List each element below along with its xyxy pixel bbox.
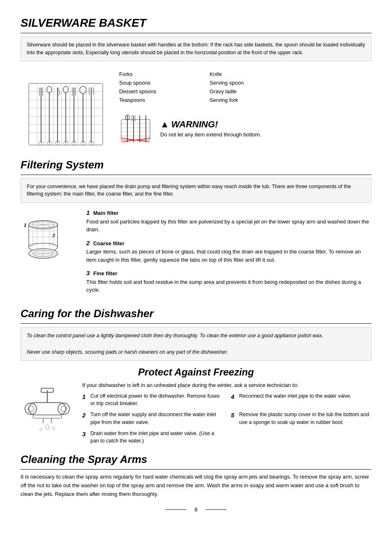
warning-title: ▲ WARNING! bbox=[160, 119, 261, 130]
protect-section: Protect Against Freezing bbox=[21, 366, 371, 445]
filter-system-svg: 1 2 3 bbox=[21, 208, 78, 274]
caring-section: Caring for the Dishwasher To clean the c… bbox=[21, 307, 371, 361]
spray-title: Cleaning the Spray Arms bbox=[21, 453, 371, 466]
protect-title: Protect Against Freezing bbox=[21, 366, 371, 378]
filter-list: 1 Main filter Food and soil particles tr… bbox=[86, 208, 371, 299]
warning-description: Do not let any item extend through botto… bbox=[160, 131, 261, 138]
protect-step-3-text: Drain water from the inlet pipe and wate… bbox=[90, 430, 223, 445]
silverware-basket-svg bbox=[21, 67, 111, 149]
silverware-image bbox=[21, 67, 111, 150]
filter-item-3-desc: This filter holds soil and food residue … bbox=[86, 279, 361, 293]
svg-point-97 bbox=[52, 427, 55, 430]
protect-step-2-number: 2 bbox=[82, 411, 88, 420]
utensil-serving-fork: Serving fork bbox=[210, 97, 284, 103]
filtering-title: Filtering System bbox=[21, 159, 371, 171]
warning-image bbox=[119, 113, 152, 143]
page-line-left bbox=[166, 509, 186, 510]
svg-text:1: 1 bbox=[24, 223, 26, 228]
filter-item-1-desc: Food and soil particles trapped by this … bbox=[86, 219, 369, 233]
caring-title: Caring for the Dishwasher bbox=[21, 307, 371, 320]
spray-text: It is necessary to clean the spray arms … bbox=[21, 473, 371, 498]
filter-item-1-title: Main filter bbox=[93, 210, 118, 216]
protect-steps-grid: 1 Cut off electrical power to the dishwa… bbox=[82, 392, 371, 445]
page-line-right bbox=[206, 509, 226, 510]
warning-basket-svg bbox=[119, 113, 152, 142]
silverware-title: SILVERWARE BASKET bbox=[21, 16, 371, 30]
protect-step-5: 5 Remove the plastic sump cover in the t… bbox=[231, 411, 371, 426]
filtering-section: Filtering System For your convenience, w… bbox=[21, 159, 371, 299]
silverware-info: Silverware should be placed in the silve… bbox=[21, 37, 371, 61]
protect-step-3-number: 3 bbox=[82, 430, 88, 439]
utensil-dessert-spoons: Dessert spoons bbox=[119, 88, 193, 94]
protect-step-2-text: Turn off the water supply and disconnect… bbox=[90, 411, 223, 426]
protect-intro: If your dishwasher is left in an unheate… bbox=[82, 382, 371, 388]
protect-step-1-text: Cut off electrical power to the dishwash… bbox=[90, 392, 223, 408]
caring-text1: To clean the control panel use a lightly… bbox=[27, 332, 365, 340]
utensil-forks: Forks bbox=[119, 71, 193, 77]
protect-step-4-text: Reconnect the water inlet pipe to the wa… bbox=[239, 392, 351, 400]
utensil-grid: Forks Knife Soup spoons Serving spoon De… bbox=[119, 71, 371, 103]
filter-item-3-title: Fine filter bbox=[93, 270, 118, 276]
filter-item-3: 3 Fine filter This filter holds soil and… bbox=[86, 269, 371, 294]
utensil-teaspoons: Teaspoons bbox=[119, 97, 193, 103]
filter-item-2-desc: Larger items, such as pieces of bone or … bbox=[86, 249, 361, 263]
caring-info-box: To clean the control panel use a lightly… bbox=[21, 327, 371, 361]
protect-step-1-number: 1 bbox=[82, 392, 88, 402]
filtering-content: 1 2 3 bbox=[21, 208, 371, 299]
silverware-info-text: Silverware should be placed in the silve… bbox=[27, 42, 365, 55]
protect-content: If your dishwasher is left in an unheate… bbox=[21, 382, 371, 445]
protect-step-3: 3 Drain water from the inlet pipe and wa… bbox=[82, 430, 223, 445]
utensil-soup-spoons: Soup spoons bbox=[119, 80, 193, 86]
filtering-info-text: For your convenience, we have placed the… bbox=[27, 184, 351, 197]
filter-item-1-number: 1 bbox=[86, 209, 90, 216]
protect-step-5-text: Remove the plastic sump cover in the tub… bbox=[239, 411, 371, 426]
silverware-content: Forks Knife Soup spoons Serving spoon De… bbox=[21, 67, 371, 150]
protect-step-4-number: 4 bbox=[231, 392, 237, 402]
warning-row: ▲ WARNING! Do not let any item extend th… bbox=[119, 113, 371, 143]
protect-tool-svg bbox=[21, 382, 74, 435]
protect-step-1: 1 Cut off electrical power to the dishwa… bbox=[82, 392, 223, 408]
utensil-serving-spoon: Serving spoon bbox=[210, 80, 284, 86]
svg-point-95 bbox=[46, 425, 49, 430]
warning-triangle-icon: ▲ bbox=[160, 119, 169, 130]
caring-text2: Never use sharp objects, scouring pads o… bbox=[27, 348, 365, 356]
filter-item-2-title: Coarse filter bbox=[93, 240, 125, 246]
filtering-info: For your convenience, we have placed the… bbox=[21, 178, 371, 203]
page-footer: 8 bbox=[21, 507, 371, 513]
protect-image bbox=[21, 382, 74, 437]
protect-step-4: 4 Reconnect the water inlet pipe to the … bbox=[231, 392, 371, 408]
svg-point-28 bbox=[80, 86, 86, 94]
utensil-gravy-ladle: Gravy ladle bbox=[210, 88, 284, 94]
svg-rect-92 bbox=[33, 415, 62, 418]
warning-text: ▲ WARNING! Do not let any item extend th… bbox=[160, 119, 261, 138]
protect-right: If your dishwasher is left in an unheate… bbox=[82, 382, 371, 445]
filter-item-2: 2 Coarse filter Larger items, such as pi… bbox=[86, 239, 371, 264]
protect-step-2: 2 Turn off the water supply and disconne… bbox=[82, 411, 223, 426]
spray-divider bbox=[21, 469, 371, 470]
filter-item-1: 1 Main filter Food and soil particles tr… bbox=[86, 208, 371, 234]
svg-point-19 bbox=[47, 86, 52, 93]
silverware-divider bbox=[21, 33, 371, 33]
silverware-section: SILVERWARE BASKET Silverware should be p… bbox=[21, 16, 371, 150]
silverware-right: Forks Knife Soup spoons Serving spoon De… bbox=[119, 67, 371, 143]
warning-label: WARNING! bbox=[171, 119, 218, 129]
filter-item-3-number: 3 bbox=[86, 269, 90, 276]
filter-image: 1 2 3 bbox=[21, 208, 78, 275]
svg-point-96 bbox=[40, 428, 42, 431]
svg-point-22 bbox=[63, 86, 68, 93]
filtering-divider bbox=[21, 175, 371, 175]
page-number: 8 bbox=[194, 507, 197, 513]
spray-section: Cleaning the Spray Arms It is necessary … bbox=[21, 453, 371, 498]
protect-step-5-number: 5 bbox=[231, 411, 237, 420]
utensil-knife: Knife bbox=[210, 71, 284, 77]
filter-item-2-number: 2 bbox=[86, 240, 90, 246]
caring-divider bbox=[21, 323, 371, 324]
